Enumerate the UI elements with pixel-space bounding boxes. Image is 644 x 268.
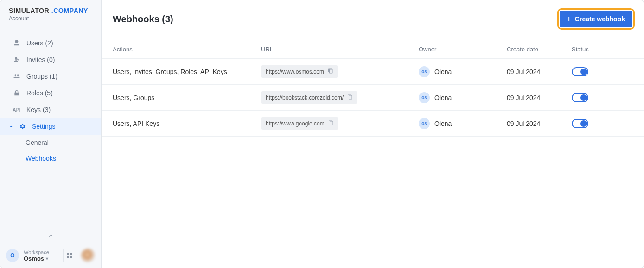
cell-status: [572, 93, 632, 102]
cell-status: [572, 67, 632, 76]
cell-owner: os Olena: [419, 66, 507, 77]
sidebar-sub-webhooks[interactable]: Webhooks: [26, 150, 101, 166]
sidebar-collapse[interactable]: «: [0, 228, 101, 243]
sidebar-item-invites[interactable]: Invites (0): [0, 51, 101, 68]
svg-rect-1: [70, 253, 72, 255]
owner-badge: os: [419, 66, 430, 77]
user-icon: [13, 39, 21, 47]
workspace-switcher[interactable]: Workspace Osmos ▾: [24, 249, 58, 262]
sidebar-item-label: Users (2): [26, 39, 53, 47]
cell-actions: Users, Groups: [113, 94, 261, 101]
page-title: Webhooks (3): [113, 14, 173, 25]
collapse-icon: «: [49, 232, 53, 239]
owner-name: Olena: [434, 120, 452, 127]
cell-date: 09 Jul 2024: [507, 94, 572, 101]
copy-icon[interactable]: [347, 94, 353, 101]
svg-rect-2: [67, 256, 69, 258]
sidebar-item-label: Settings: [32, 123, 56, 130]
owner-badge: os: [419, 92, 430, 103]
url-chip[interactable]: https://bookstack.corezoid.com/: [261, 91, 357, 104]
brand-block: SIMULATOR .COMPANY Account: [0, 0, 101, 24]
url-chip[interactable]: https://www.osmos.com: [261, 65, 338, 78]
sidebar-item-groups[interactable]: Groups (1): [0, 68, 101, 85]
url-text: https://www.osmos.com: [266, 69, 324, 75]
create-webhook-label: Create webhook: [575, 15, 625, 23]
user-avatar[interactable]: [81, 248, 96, 263]
sidebar-nav: Users (2) Invites (0) Groups (1) Roles (…: [0, 35, 101, 228]
settings-sub-items: General Webhooks: [0, 135, 101, 166]
cell-status: [572, 119, 632, 128]
workspace-avatar[interactable]: O: [6, 249, 19, 262]
cell-url: https://bookstack.corezoid.com/: [261, 91, 419, 104]
col-status: Status: [572, 46, 632, 53]
create-webhook-button[interactable]: + Create webhook: [560, 11, 632, 27]
copy-icon[interactable]: [328, 68, 333, 75]
col-date: Create date: [507, 46, 572, 53]
cell-date: 09 Jul 2024: [507, 120, 572, 127]
workspace-name: Osmos: [24, 255, 44, 262]
sidebar-item-users[interactable]: Users (2): [0, 35, 101, 51]
copy-icon[interactable]: [328, 120, 334, 127]
sidebar-footer: O Workspace Osmos ▾: [0, 243, 101, 268]
gear-icon: [18, 123, 26, 130]
chevron-down-icon: ▾: [46, 256, 48, 261]
owner-badge: os: [419, 118, 430, 129]
table-row[interactable]: Users, Invites, Groups, Roles, API Keys …: [102, 59, 644, 85]
api-icon: API: [13, 107, 21, 112]
apps-grid-icon[interactable]: [63, 249, 76, 262]
url-text: https://bookstack.corezoid.com/: [266, 94, 344, 101]
cell-url: https://www.osmos.com: [261, 65, 419, 78]
sidebar-item-settings[interactable]: Settings: [0, 118, 101, 135]
sidebar-item-label: Invites (0): [26, 56, 55, 63]
cell-date: 09 Jul 2024: [507, 68, 572, 75]
caret-up-icon: [9, 125, 13, 128]
status-toggle[interactable]: [572, 93, 588, 102]
sidebar: SIMULATOR .COMPANY Account Users (2) Inv…: [0, 0, 102, 268]
brand-subtitle: Account: [9, 15, 93, 22]
owner-name: Olena: [434, 68, 452, 75]
sidebar-item-roles[interactable]: Roles (5): [0, 85, 101, 101]
sidebar-sub-general[interactable]: General: [26, 135, 101, 150]
sidebar-item-label: Groups (1): [26, 73, 57, 80]
table-row[interactable]: Users, API Keys https://www.google.com o…: [102, 111, 644, 137]
workspace-name-row: Osmos ▾: [24, 255, 58, 262]
brand-title-2: .COMPANY: [51, 7, 88, 14]
col-owner: Owner: [419, 46, 507, 53]
sidebar-item-label: Keys (3): [26, 106, 51, 113]
page-header: Webhooks (3) + Create webhook: [102, 0, 644, 37]
plus-icon: +: [567, 15, 571, 23]
workspace-label: Workspace: [24, 249, 58, 255]
cell-url: https://www.google.com: [261, 117, 419, 130]
cell-owner: os Olena: [419, 92, 507, 103]
cell-actions: Users, API Keys: [113, 120, 261, 127]
sidebar-item-keys[interactable]: API Keys (3): [0, 101, 101, 118]
owner-name: Olena: [434, 94, 452, 101]
col-actions: Actions: [113, 46, 261, 53]
table-row[interactable]: Users, Groups https://bookstack.corezoid…: [102, 85, 644, 111]
user-plus-icon: [13, 56, 21, 63]
lock-icon: [13, 89, 21, 97]
brand-title-1: SIMULATOR: [9, 7, 49, 14]
brand-title: SIMULATOR .COMPANY: [9, 7, 93, 14]
status-toggle[interactable]: [572, 119, 588, 128]
url-text: https://www.google.com: [266, 120, 325, 127]
footer-extra: [63, 248, 96, 263]
cell-actions: Users, Invites, Groups, Roles, API Keys: [113, 68, 261, 75]
table-header: Actions URL Owner Create date Status: [102, 40, 644, 59]
url-chip[interactable]: https://www.google.com: [261, 117, 338, 130]
sidebar-item-label: Roles (5): [26, 89, 53, 97]
svg-rect-3: [70, 256, 72, 258]
col-url: URL: [261, 46, 419, 53]
webhooks-table: Actions URL Owner Create date Status Use…: [102, 37, 644, 137]
status-toggle[interactable]: [572, 67, 588, 76]
svg-rect-0: [67, 253, 69, 255]
main-content: Webhooks (3) + Create webhook Actions UR…: [102, 0, 644, 268]
users-icon: [13, 73, 21, 80]
cell-owner: os Olena: [419, 118, 507, 129]
